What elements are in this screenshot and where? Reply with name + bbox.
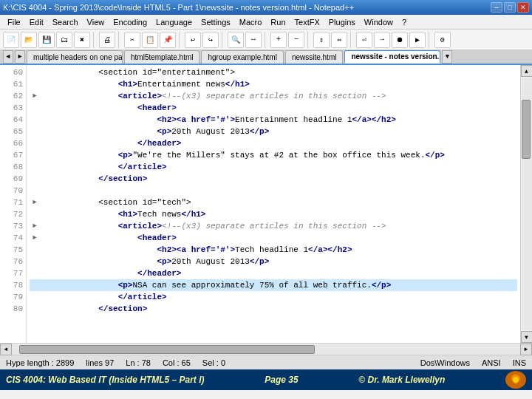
tab-1[interactable]: multiple headers on one page.ht...	[27, 50, 123, 64]
tb-sep7	[350, 32, 353, 48]
fold-icon[interactable]: ►	[30, 220, 40, 232]
tab-nav-right[interactable]: ►	[15, 50, 25, 64]
code-area[interactable]: <section id="entertainment"> <h1>Enterta…	[27, 65, 520, 343]
tab-2[interactable]: html5template.html	[124, 50, 200, 64]
close-button[interactable]: ✕	[517, 2, 529, 13]
scroll-thumb[interactable]	[522, 100, 531, 159]
hscroll-left-button[interactable]: ◄	[0, 344, 12, 355]
tb-cut[interactable]: ✂	[124, 32, 140, 48]
code-line: <h1>Tech news</h1>	[30, 208, 517, 220]
tb-macro-rec[interactable]: ⏺	[392, 32, 408, 48]
tb-sep8	[429, 32, 432, 48]
tb-replace[interactable]: ↔	[245, 32, 262, 48]
code-line	[30, 185, 517, 197]
code-line: <p>20th August 2013</p>	[30, 256, 517, 267]
maximize-button[interactable]: □	[504, 2, 516, 13]
line-number: 66	[3, 137, 23, 149]
tb-find[interactable]: 🔍	[228, 32, 244, 48]
menu-file[interactable]: File	[3, 16, 25, 28]
scroll-down-button[interactable]: ▼	[521, 331, 533, 343]
scroll-track[interactable]	[522, 78, 532, 330]
horizontal-scrollbar[interactable]: ◄ ►	[0, 343, 532, 355]
menu-macro[interactable]: Macro	[235, 16, 267, 28]
menu-run[interactable]: Run	[266, 16, 290, 28]
status-sel: Sel : 0	[202, 358, 225, 367]
tab-nav-end[interactable]: ▼	[442, 50, 452, 64]
tb-sep3	[179, 32, 182, 48]
footer-course: CIS 4004: Web Based IT (Inside HTML5 – P…	[6, 375, 205, 385]
line-number: 67	[3, 149, 23, 161]
menu-language[interactable]: Language	[151, 16, 197, 28]
tb-save-all[interactable]: 🗂	[56, 32, 72, 48]
tb-print[interactable]: 🖨	[99, 32, 115, 48]
menu-settings[interactable]: Settings	[197, 16, 235, 28]
tb-close[interactable]: ✖	[74, 32, 90, 48]
tb-zoom-in[interactable]: +	[270, 32, 287, 48]
line-number: 72	[3, 208, 23, 220]
menu-window[interactable]: Window	[360, 16, 398, 28]
scroll-up-button[interactable]: ▲	[521, 65, 533, 77]
line-number: 64	[3, 114, 23, 126]
line-number: 75	[3, 244, 23, 256]
code-line: <h1>Entertainment news</h1>	[30, 78, 517, 90]
tabs-bar: ◄ ► multiple headers on one page.ht... h…	[0, 50, 532, 65]
hscroll-track[interactable]	[12, 344, 520, 355]
tb-open[interactable]: 📂	[21, 32, 37, 48]
hscroll-thumb[interactable]	[19, 345, 315, 354]
line-number: 60	[3, 66, 23, 78]
menu-encoding[interactable]: Encoding	[109, 16, 151, 28]
code-line: ► <header>	[30, 232, 517, 244]
footer-author: © Dr. Mark Llewellyn	[358, 375, 445, 385]
code-line: ► <article><!--(x3) separate articles in…	[30, 90, 517, 102]
tb-sync-h[interactable]: ⇔	[331, 32, 347, 48]
hscroll-right-button[interactable]: ►	[520, 344, 532, 355]
toolbar: 📄 📂 💾 🗂 ✖ 🖨 ✂ 📋 📌 ↩ ↪ 🔍 ↔ + − ⇕ ⇔ ⏎ → ⏺ …	[0, 30, 532, 50]
tb-sep5	[265, 32, 267, 48]
tb-new[interactable]: 📄	[3, 32, 19, 48]
menu-textfx[interactable]: TextFX	[290, 16, 324, 28]
tb-macro-play[interactable]: ▶	[409, 32, 426, 48]
menu-view[interactable]: View	[83, 16, 109, 28]
menu-edit[interactable]: Edit	[25, 16, 48, 28]
tb-sep1	[93, 32, 96, 48]
fold-icon[interactable]: ►	[30, 232, 40, 244]
tb-sync-v[interactable]: ⇕	[313, 32, 330, 48]
menu-search[interactable]: Search	[48, 16, 83, 28]
code-line: <h2><a href='#'>Entertainment headline 1…	[30, 114, 517, 126]
line-number: 78	[3, 279, 23, 291]
status-hype: Hype length : 2899	[6, 358, 74, 367]
tb-copy[interactable]: 📋	[142, 32, 158, 48]
minimize-button[interactable]: ─	[491, 2, 502, 13]
tb-zoom-out[interactable]: −	[288, 32, 304, 48]
vertical-scrollbar[interactable]: ▲ ▼	[520, 65, 532, 343]
tab-5[interactable]: newssite - notes version.html	[344, 50, 440, 64]
line-number: 65	[3, 126, 23, 137]
tb-undo[interactable]: ↩	[185, 32, 201, 48]
tb-run[interactable]: ⚙	[434, 32, 451, 48]
status-ansi: ANSI	[482, 358, 501, 367]
tb-paste[interactable]: 📌	[160, 32, 176, 48]
menu-plugins[interactable]: Plugins	[324, 16, 360, 28]
line-number: 76	[3, 256, 23, 267]
code-line: <section id="entertainment">	[30, 66, 517, 78]
footer: CIS 4004: Web Based IT (Inside HTML5 – P…	[0, 369, 532, 390]
window-controls: ─ □ ✕	[491, 2, 529, 13]
line-number: 70	[3, 185, 23, 197]
tb-wrap[interactable]: ⏎	[356, 32, 372, 48]
code-line: ► <article><!--(x3) separate articles in…	[30, 220, 517, 232]
tb-indent[interactable]: →	[374, 32, 390, 48]
line-number: 73	[3, 220, 23, 232]
tab-4[interactable]: newssite.html	[285, 50, 344, 64]
status-bar: Hype length : 2899 lines 97 Ln : 78 Col …	[0, 355, 532, 369]
tab-nav-left[interactable]: ◄	[3, 50, 13, 64]
fold-icon[interactable]: ►	[30, 197, 40, 208]
code-line: </header>	[30, 267, 517, 279]
line-numbers: 6061626364656667686970717273747576777879…	[0, 65, 27, 343]
fold-icon[interactable]: ►	[30, 90, 40, 102]
tb-save[interactable]: 💾	[38, 32, 55, 48]
tab-3[interactable]: hgroup example.html	[201, 50, 283, 64]
tb-redo[interactable]: ↪	[202, 32, 219, 48]
editor[interactable]: 6061626364656667686970717273747576777879…	[0, 65, 520, 343]
menu-help[interactable]: ?	[398, 16, 411, 28]
editor-wrapper: 6061626364656667686970717273747576777879…	[0, 65, 532, 343]
